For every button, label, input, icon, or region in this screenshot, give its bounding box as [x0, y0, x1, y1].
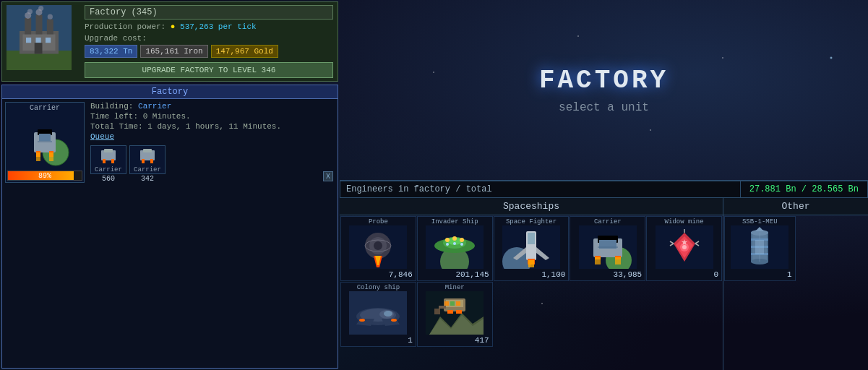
ship-image-probe [349, 225, 407, 269]
queue-link[interactable]: Queue [90, 132, 114, 141]
factory-ship-preview: Carrier [5, 102, 85, 183]
ship-count-carrier: 33,985 [570, 269, 645, 280]
production-line: Production power: ● 537,263 per tick [85, 22, 333, 31]
total-time-label: Total Time: [90, 122, 143, 131]
carrier-svg [579, 225, 637, 269]
svg-point-88 [384, 311, 392, 317]
collapse-button[interactable]: X [323, 171, 333, 181]
fighter-svg [502, 225, 560, 269]
ship-count-probe: 7,846 [341, 269, 416, 280]
svg-rect-23 [36, 152, 40, 161]
time-left-value: 0 Minutes. [143, 112, 191, 121]
cost-gold-button[interactable]: 147,967 Gold [211, 45, 278, 58]
upgrade-button[interactable]: UPGRADE FACTORY TO LEVEL 346 [85, 62, 333, 78]
svg-point-50 [452, 236, 457, 241]
widow-svg [656, 225, 713, 269]
ship-name-ssb: SSB-1-MEU [725, 217, 795, 225]
queue-ships: Carrier 560 [90, 145, 317, 183]
svg-rect-13 [36, 38, 41, 43]
queue-ship-0[interactable]: Carrier 560 [90, 145, 126, 183]
ship-count-ssb: 1 [725, 269, 795, 280]
factory-display-subtitle: select a unit [559, 101, 649, 114]
colony-svg [349, 291, 407, 335]
svg-point-11 [48, 14, 53, 20]
ship-card-carrier[interactable]: Carrier [570, 216, 645, 281]
probe-svg [349, 225, 407, 269]
bottom-section: Spaceships Probe [340, 198, 868, 370]
factory-display-area: FACTORY select a unit [340, 0, 868, 181]
ship-preview-label: Carrier [30, 104, 60, 112]
coin-icon: ● [171, 22, 176, 31]
svg-rect-5 [36, 15, 43, 35]
ship-card-invader[interactable]: Invader Ship [417, 216, 493, 281]
carrier-preview-svg [16, 116, 74, 167]
queue-ship-1[interactable]: Carrier 342 [129, 145, 166, 183]
engineers-label: Engineers in factory / total [340, 181, 741, 197]
queue-count-0: 560 [102, 175, 115, 183]
queue-label-0: Carrier [95, 166, 122, 173]
ship-card-colony[interactable]: Colony ship [340, 282, 416, 347]
ship-card-ssb[interactable]: SSB-1-MEU [724, 216, 796, 281]
factory-title-bar: Factory (345) [85, 5, 333, 20]
ship-name-carrier: Carrier [570, 217, 645, 225]
svg-rect-102 [444, 301, 449, 306]
ship-image-colony [349, 291, 407, 335]
svg-rect-104 [456, 301, 460, 306]
time-left-label: Time left: [90, 112, 138, 121]
queue-link-line: Queue [90, 132, 317, 141]
svg-rect-15 [35, 43, 43, 53]
factory-details: Building: Carrier Time left: 0 Minutes. … [90, 102, 317, 183]
queue-count-1: 342 [141, 175, 154, 183]
svg-point-8 [27, 9, 33, 14]
ship-image-invader [426, 225, 484, 269]
svg-point-51 [460, 238, 464, 242]
svg-rect-62 [528, 260, 534, 267]
svg-rect-103 [450, 301, 455, 306]
factory-display-title: FACTORY [539, 66, 669, 95]
ship-image-widow [656, 225, 713, 269]
time-left-line: Time left: 0 Minutes. [90, 112, 317, 121]
queue-label-1: Carrier [134, 166, 161, 173]
ship-image-carrier [579, 225, 637, 269]
ship-name-probe: Probe [341, 217, 416, 225]
svg-rect-29 [104, 149, 113, 152]
svg-point-10 [38, 6, 43, 11]
svg-point-77 [682, 245, 687, 249]
production-label: Production power: [85, 22, 166, 31]
right-panel: FACTORY select a unit Engineers in facto… [340, 0, 868, 370]
factory-header: Factory (345) Production power: ● 537,26… [1, 1, 338, 82]
other-section-header: Other [723, 198, 868, 215]
ship-count-fighter: 1,100 [494, 269, 569, 280]
svg-rect-12 [26, 38, 31, 43]
production-value: 537,263 per tick [180, 22, 257, 31]
svg-rect-58 [528, 233, 535, 244]
ship-count-widow: 0 [647, 269, 721, 280]
ship-card-probe[interactable]: Probe 7,846 [340, 216, 416, 281]
ship-card-widow[interactable]: Widow mine [646, 216, 722, 281]
building-value: Carrier [138, 102, 171, 111]
svg-point-52 [446, 243, 449, 246]
ship-card-miner[interactable]: Miner [417, 282, 493, 347]
ship-name-widow: Widow mine [647, 217, 721, 225]
invader-svg [426, 225, 484, 269]
spaceships-section: Spaceships Probe [340, 198, 723, 370]
svg-rect-31 [111, 159, 114, 163]
svg-rect-6 [47, 20, 53, 35]
ship-card-fighter[interactable]: Space Fighter [494, 216, 570, 281]
left-panel: Factory (345) Production power: ● 537,26… [0, 0, 340, 370]
cost-iron-button[interactable]: 165,161 Iron [140, 45, 207, 58]
svg-point-92 [391, 319, 397, 322]
svg-rect-98 [439, 306, 446, 309]
other-grid: SSB-1-MEU [723, 215, 868, 282]
queue-ship-box-1: Carrier [129, 145, 166, 174]
engineers-value: 27.881 Bn / 28.565 Bn [741, 181, 867, 197]
svg-rect-4 [25, 18, 31, 35]
svg-point-53 [453, 242, 456, 245]
cost-buttons: 83,322 Tn 165,161 Iron 147,967 Gold [85, 45, 333, 58]
svg-point-40 [374, 241, 382, 250]
cost-tn-button[interactable]: 83,322 Tn [85, 45, 137, 58]
factory-image [7, 5, 72, 70]
svg-rect-70 [615, 257, 621, 264]
engineers-bar: Engineers in factory / total 27.881 Bn /… [340, 181, 868, 198]
ship-image-miner [426, 291, 484, 335]
